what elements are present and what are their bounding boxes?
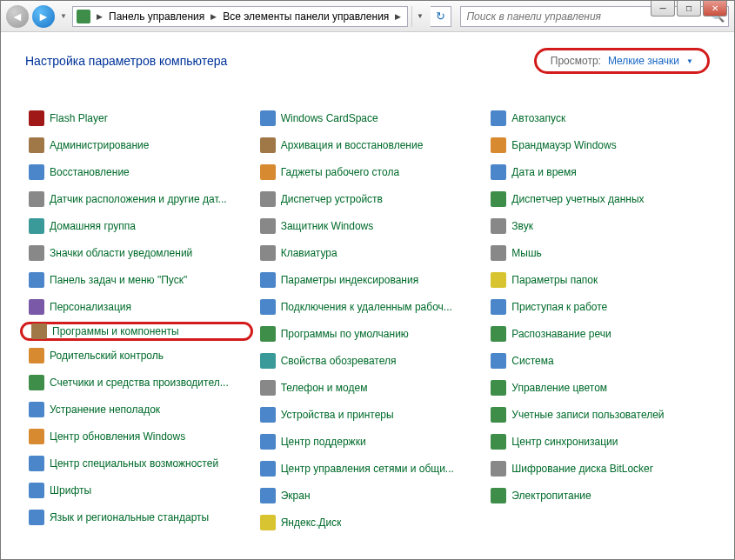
control-panel-item[interactable]: Архивация и восстановление xyxy=(257,136,479,155)
item-icon xyxy=(29,164,44,180)
control-panel-item[interactable]: Свойства обозревателя xyxy=(257,351,479,370)
control-panel-item[interactable]: Родительский контроль xyxy=(25,346,248,365)
item-label: Телефон и модем xyxy=(281,382,368,394)
chevron-right-icon: ▶ xyxy=(208,12,219,21)
window-controls: ─ □ ✕ xyxy=(651,1,727,17)
control-panel-item[interactable]: Программы и компоненты xyxy=(20,322,253,341)
forward-button[interactable]: ► xyxy=(32,5,55,28)
control-panel-item[interactable]: Датчик расположения и другие дат... xyxy=(25,190,248,209)
control-panel-item[interactable]: Центр синхронизации xyxy=(487,432,710,451)
item-icon xyxy=(260,407,276,423)
control-panel-item[interactable]: Программы по умолчанию xyxy=(257,324,479,343)
control-panel-item[interactable]: Дата и время xyxy=(487,163,710,182)
breadcrumb[interactable]: ▶ Панель управления ▶ Все элементы панел… xyxy=(72,6,408,27)
item-icon xyxy=(29,429,44,444)
control-panel-window: ─ □ ✕ ◄ ► ▼ ▶ Панель управления ▶ Все эл… xyxy=(0,0,735,560)
control-panel-item[interactable]: Экран xyxy=(257,486,479,505)
item-icon xyxy=(491,299,506,315)
nav-history-dropdown[interactable]: ▼ xyxy=(58,8,69,25)
control-panel-item[interactable]: Управление цветом xyxy=(487,378,710,397)
control-panel-item[interactable]: Телефон и модем xyxy=(257,378,479,397)
control-panel-item[interactable]: Значки области уведомлений xyxy=(25,243,248,263)
control-panel-item[interactable]: Электропитание xyxy=(487,486,710,505)
item-label: Гаджеты рабочего стола xyxy=(281,166,399,178)
control-panel-item[interactable]: Яндекс.Диск xyxy=(257,513,479,532)
control-panel-item[interactable]: Центр обновления Windows xyxy=(25,427,248,446)
item-label: Параметры папок xyxy=(511,274,598,286)
control-panel-item[interactable]: Шифрование диска BitLocker xyxy=(487,459,710,478)
control-panel-item[interactable]: Устройства и принтеры xyxy=(257,405,479,424)
control-panel-item[interactable]: Подключения к удаленным рабоч... xyxy=(257,297,479,317)
minimize-button[interactable]: ─ xyxy=(651,1,675,17)
item-icon xyxy=(29,375,44,390)
control-panel-item[interactable]: Учетные записи пользователей xyxy=(487,405,710,424)
item-icon xyxy=(491,488,506,503)
control-panel-item[interactable]: Защитник Windows xyxy=(257,217,479,236)
control-panel-item[interactable]: Диспетчер учетных данных xyxy=(487,190,710,209)
control-panel-item[interactable]: Брандмауэр Windows xyxy=(487,136,710,155)
control-panel-item[interactable]: Клавиатура xyxy=(257,243,479,263)
item-icon xyxy=(29,218,44,234)
refresh-button[interactable]: ↻ xyxy=(431,6,451,27)
content-area: Настройка параметров компьютера Просмотр… xyxy=(1,32,734,548)
control-panel-item[interactable]: Домашняя группа xyxy=(25,217,248,236)
control-panel-item[interactable]: Гаджеты рабочего стола xyxy=(257,163,479,182)
breadcrumb-dropdown[interactable]: ▼ xyxy=(411,6,427,27)
control-panel-item[interactable]: Flash Player xyxy=(25,109,248,128)
item-label: Диспетчер устройств xyxy=(281,193,383,205)
control-panel-item[interactable]: Администрирование xyxy=(25,136,248,155)
back-button[interactable]: ◄ xyxy=(6,5,29,28)
control-panel-item[interactable]: Центр поддержки xyxy=(257,432,479,451)
item-label: Приступая к работе xyxy=(511,301,607,313)
item-label: Центр управления сетями и общи... xyxy=(281,463,454,475)
item-label: Администрирование xyxy=(50,139,149,151)
breadcrumb-segment[interactable]: Все элементы панели управления xyxy=(221,10,391,23)
control-panel-item[interactable]: Система xyxy=(487,351,710,370)
control-panel-item[interactable]: Центр специальных возможностей xyxy=(25,454,248,473)
control-panel-item[interactable]: Счетчики и средства производител... xyxy=(25,373,248,392)
item-icon xyxy=(29,110,44,126)
control-panel-item[interactable]: Приступая к работе xyxy=(487,297,710,317)
item-icon xyxy=(29,510,44,525)
control-panel-item[interactable]: Шрифты xyxy=(25,481,248,500)
item-icon xyxy=(491,191,506,207)
view-value[interactable]: Мелкие значки xyxy=(608,55,679,67)
control-panel-item[interactable]: Windows CardSpace xyxy=(257,109,479,128)
item-icon xyxy=(491,137,506,153)
item-label: Параметры индексирования xyxy=(281,274,418,286)
item-label: Свойства обозревателя xyxy=(281,355,397,367)
control-panel-item[interactable]: Параметры индексирования xyxy=(257,270,479,290)
control-panel-item[interactable]: Персонализация xyxy=(25,297,248,317)
item-label: Мышь xyxy=(511,247,542,259)
control-panel-item[interactable]: Центр управления сетями и общи... xyxy=(257,459,479,478)
maximize-button[interactable]: □ xyxy=(677,1,701,17)
control-panel-item[interactable]: Восстановление xyxy=(25,163,248,182)
item-icon xyxy=(29,483,44,498)
chevron-right-icon: ▶ xyxy=(392,12,404,21)
close-button[interactable]: ✕ xyxy=(703,1,727,17)
item-icon xyxy=(260,137,276,153)
item-icon xyxy=(491,353,506,369)
item-label: Значки области уведомлений xyxy=(50,247,192,259)
item-icon xyxy=(260,110,276,126)
control-panel-item[interactable]: Устранение неполадок xyxy=(25,400,248,419)
item-icon xyxy=(31,323,47,339)
control-panel-item[interactable]: Диспетчер устройств xyxy=(257,190,479,209)
control-panel-item[interactable]: Мышь xyxy=(487,243,710,263)
item-label: Устройства и принтеры xyxy=(281,409,394,421)
item-label: Звук xyxy=(511,220,533,232)
control-panel-item[interactable]: Параметры папок xyxy=(487,270,710,290)
control-panel-icon xyxy=(77,10,90,23)
control-panel-item[interactable]: Автозапуск xyxy=(487,109,710,128)
item-icon xyxy=(491,407,506,423)
item-label: Язык и региональные стандарты xyxy=(50,511,209,523)
item-label: Центр обновления Windows xyxy=(50,430,185,443)
chevron-down-icon: ▼ xyxy=(686,57,693,65)
control-panel-item[interactable]: Панель задач и меню "Пуск" xyxy=(25,270,248,290)
control-panel-item[interactable]: Звук xyxy=(487,217,710,236)
view-selector[interactable]: Просмотр: Мелкие значки ▼ xyxy=(534,48,710,74)
control-panel-item[interactable]: Язык и региональные стандарты xyxy=(25,508,248,527)
breadcrumb-segment[interactable]: Панель управления xyxy=(107,10,206,23)
arrow-right-icon: ► xyxy=(37,10,50,23)
control-panel-item[interactable]: Распознавание речи xyxy=(487,324,710,343)
